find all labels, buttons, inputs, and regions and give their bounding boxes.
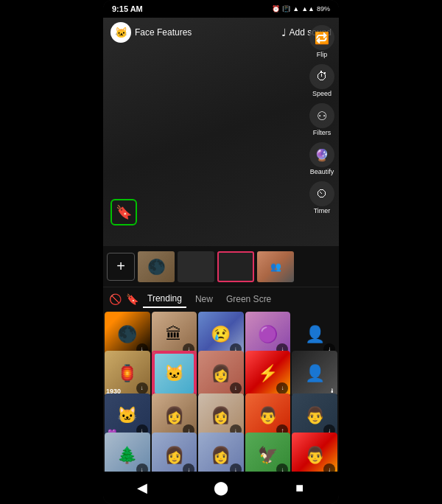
status-icons: ⏰ 📳 ▲ ▲▲ 89% [272,5,330,13]
bookmark-icon: 🔖 [116,204,132,220]
download-icon-18: ↓ [230,463,242,472]
wifi-icon: ▲ [292,5,299,13]
tab-new[interactable]: New [191,291,217,307]
face-features-button[interactable]: 🐱 Face Features [110,22,192,43]
effect-cell-9[interactable]: ⚡ ↓ [245,351,291,396]
effect-cell-20[interactable]: 👨 ↓ [292,433,337,472]
face-features-label: Face Features [135,27,192,38]
download-icon-9: ↓ [276,382,288,394]
vibrate-icon: 📳 [282,5,290,13]
download-icon-19: ↓ [276,463,288,472]
download-icon-20: ↓ [323,463,335,472]
back-button[interactable]: ◀ [127,477,157,499]
signal-icon: ▲▲ [301,5,315,13]
flip-tool[interactable]: 🔁 Flip [309,25,334,58]
flip-label: Flip [317,51,328,58]
tab-trending[interactable]: Trending [143,290,186,308]
effect-cell-19[interactable]: 🦅 ↓ [245,433,291,472]
speed-label: Speed [312,90,332,97]
right-tools: 🔁 Flip ⏱ Speed ⚇ Filters 🔮 Beautify ⏲ Ti… [309,25,334,214]
effect-cell-6[interactable]: 🏮 1930 ↓ [105,351,150,396]
download-icon-8: ↓ [230,382,242,394]
face-features-icon: 🐱 [110,22,131,43]
timer-label: Timer [314,207,331,214]
effect-cell-11[interactable]: 🐱 💜 ↓ [105,393,150,439]
download-icon-17: ↓ [183,463,194,472]
clip-thumb-1[interactable]: 🌑 [138,251,175,282]
timer-icon: ⏲ [309,181,334,206]
top-controls: 🐱 Face Features ♩ Add sound [103,22,339,43]
effect-cell-12[interactable]: 👩 ↓ [152,393,197,439]
clip-thumb-2[interactable] [178,251,214,282]
speed-tool[interactable]: ⏱ Speed [309,64,334,97]
effect-cell-14[interactable]: 👨 ↑ [245,393,291,439]
tab-green-screen[interactable]: Green Scre [222,291,276,307]
clip-thumb-3[interactable] [217,251,254,282]
flip-icon: 🔁 [309,25,334,50]
beautify-label: Beautify [310,168,334,175]
filters-icon: ⚇ [309,103,334,128]
filters-tool[interactable]: ⚇ Filters [309,103,334,136]
download-icon-16: ↓ [136,463,148,472]
speed-icon: ⏱ [309,64,334,89]
effect-cell-18[interactable]: 👩 ↓ [198,433,244,472]
effect-cell-17[interactable]: 👩 ↓ [152,433,197,472]
recent-apps-button[interactable]: ■ [285,477,315,499]
effect-cell-10[interactable]: 👤 🌡 [292,351,337,396]
effect-cell-15[interactable]: 👨 ↓ [292,393,337,439]
music-note-icon: ♩ [281,27,287,38]
status-time: 9:15 AM [112,4,143,13]
camera-preview [103,18,339,246]
effect-cell-13[interactable]: 👩 ↓ [198,393,244,439]
add-clip-button[interactable]: + [107,253,135,281]
effect-cell-16[interactable]: 🌲 ↓ [105,433,150,472]
saved-effects-icon[interactable]: 🔖 [126,293,138,305]
timer-tool[interactable]: ⏲ Timer [309,181,334,214]
home-button[interactable]: ⬤ [206,477,236,499]
effects-tabs: 🚫 🔖 Trending New Green Scre [103,287,339,310]
alarm-icon: ⏰ [272,5,280,13]
clip-thumb-4[interactable]: 👥 [257,251,294,282]
filmstrip: + 🌑 👥 [103,246,339,287]
nav-bar: ◀ ⬤ ■ [103,472,339,504]
status-bar: 9:15 AM ⏰ 📳 ▲ ▲▲ 89% [103,0,339,18]
phone-frame: 9:15 AM ⏰ 📳 ▲ ▲▲ 89% 🐱 Face Features ♩ A… [103,0,339,504]
effect-cell-8[interactable]: 👩 ↓ [198,351,244,396]
battery-icon: 89% [317,5,330,13]
download-icon-6: ↓ [136,382,148,394]
bookmark-button[interactable]: 🔖 [110,199,137,225]
beautify-tool[interactable]: 🔮 Beautify [309,142,334,175]
beautify-icon: 🔮 [309,142,334,167]
effects-grid: 🌑 ↓ 🏛 ↓ 😢 ↓ 🟣 ↓ 👤 ↓ [103,310,339,472]
effect-cell-7[interactable]: 🐱 [152,351,197,396]
filters-label: Filters [313,129,332,136]
no-effect-icon[interactable]: 🚫 [109,293,122,305]
